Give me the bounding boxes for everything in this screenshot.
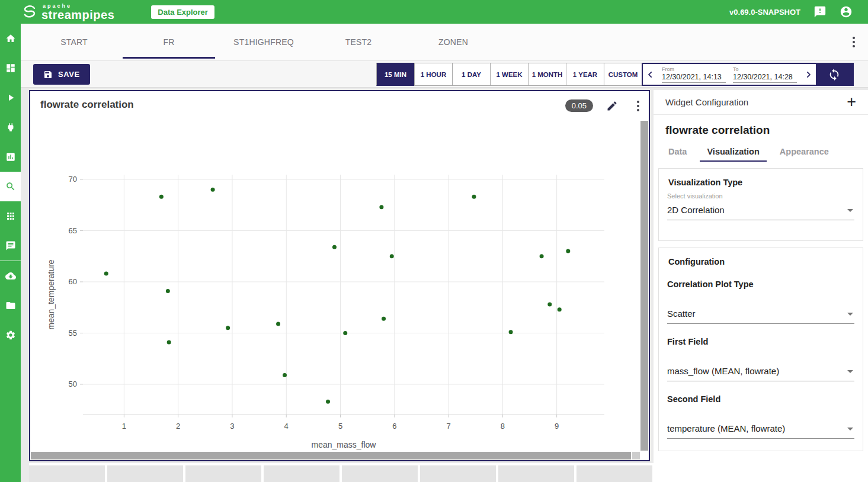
nav-data-explorer[interactable] <box>0 172 21 201</box>
scatter-point <box>283 373 287 377</box>
chart-widget-panel: flowrate correlation 0.05 12345678950556… <box>29 90 650 461</box>
svg-text:60: 60 <box>69 277 77 286</box>
more-vertical-icon <box>637 101 639 111</box>
config-field-label: Second Field <box>667 394 854 404</box>
tab-start[interactable]: START <box>27 24 121 60</box>
horizontal-scrollbar[interactable] <box>31 452 631 459</box>
pipelines-play-icon <box>5 92 16 103</box>
nav-install[interactable] <box>0 261 21 291</box>
nav-home[interactable] <box>0 24 21 53</box>
dashboard-icon <box>5 63 16 73</box>
to-label: To <box>733 66 797 72</box>
time-range-1-week[interactable]: 1 WEEK <box>490 63 528 86</box>
svg-text:mean_mass_flow: mean_mass_flow <box>312 440 377 449</box>
svg-text:4: 4 <box>284 422 289 430</box>
data-explorer-page: apache streampipes Data Explorer v0.69.0… <box>0 0 868 482</box>
next-range-button[interactable] <box>800 64 816 85</box>
scatter-plot: 1234567895055606570mean_mass_flowmean_te… <box>30 161 649 457</box>
svg-text:mean_temperature: mean_temperature <box>46 259 56 330</box>
configuration-title: Configuration <box>668 257 854 266</box>
svg-text:55: 55 <box>69 329 77 338</box>
chevron-left-icon <box>646 70 655 79</box>
nav-live-dashboard[interactable] <box>0 142 21 172</box>
time-range-buttons: 15 MIN1 HOUR1 DAY1 WEEK1 MONTH1 YEARCUST… <box>376 63 642 86</box>
visualization-type-title: Visualization Type <box>668 178 854 187</box>
pencil-edit-icon <box>606 100 618 112</box>
to-value[interactable]: 12/30/2021, 14:28 <box>733 72 797 83</box>
files-folder-icon <box>5 300 16 311</box>
from-datetime-field[interactable]: From 12/30/2021, 14:13 <box>662 64 726 85</box>
tab-test2[interactable]: TEST2 <box>311 24 406 60</box>
config-field: Second Fieldtemperature (MEAN, flowrate) <box>667 394 854 439</box>
time-range-15-min[interactable]: 15 MIN <box>376 63 414 86</box>
scatter-point <box>326 400 330 404</box>
svg-text:6: 6 <box>392 422 396 430</box>
time-selector: 15 MIN1 HOUR1 DAY1 WEEK1 MONTH1 YEARCUST… <box>376 63 854 86</box>
tab-zonen[interactable]: ZONEN <box>406 24 501 60</box>
nav-files[interactable] <box>0 291 21 320</box>
chevron-down-icon <box>847 209 853 212</box>
save-button[interactable]: SAVE <box>33 64 90 85</box>
vertical-scrollbar[interactable] <box>640 121 648 451</box>
widget-grid-cell <box>342 465 418 482</box>
time-range-1-day[interactable]: 1 DAY <box>452 63 490 86</box>
edit-widget-button[interactable] <box>606 100 618 114</box>
scatter-point <box>167 340 171 345</box>
add-widget-button[interactable]: + <box>847 94 856 110</box>
widget-menu-button[interactable] <box>637 101 639 111</box>
scatter-point <box>276 322 280 326</box>
scatter-point <box>509 330 513 334</box>
explorer-toolbar: SAVE 15 MIN1 HOUR1 DAY1 WEEK1 MONTH1 YEA… <box>21 61 868 88</box>
config-field-label: First Field <box>667 337 854 346</box>
config-tab-appearance[interactable]: Appearance <box>773 143 836 162</box>
svg-text:5: 5 <box>338 422 342 430</box>
scatter-point <box>226 326 230 330</box>
nav-notifications[interactable] <box>0 231 21 261</box>
widget-grid-cell <box>107 465 183 482</box>
config-tab-visualization[interactable]: Visualization <box>700 143 766 162</box>
tab-fr[interactable]: FR <box>121 24 216 60</box>
left-nav-sidebar <box>0 24 21 482</box>
account-icon[interactable] <box>840 5 853 18</box>
from-value[interactable]: 12/30/2021, 14:13 <box>662 72 726 83</box>
scrollbar-corner <box>632 452 640 459</box>
config-field-select-first-field[interactable]: mass_flow (MEAN, flowrate) <box>667 363 854 381</box>
scatter-point <box>379 205 383 209</box>
nav-settings[interactable] <box>0 320 21 350</box>
svg-text:3: 3 <box>230 422 234 430</box>
nav-pipelines[interactable] <box>0 83 21 113</box>
config-field-select-second-field[interactable]: temperature (MEAN, flowrate) <box>667 420 854 439</box>
previous-range-button[interactable] <box>643 64 658 85</box>
install-cloud-download-icon <box>5 271 16 281</box>
dashboard-tabbar: STARTFRST1HIGHFREQTEST2ZONEN <box>21 24 868 61</box>
visualization-type-select[interactable]: 2D Correlation <box>667 202 854 220</box>
time-range-custom[interactable]: CUSTOM <box>604 63 642 86</box>
feedback-icon[interactable] <box>813 5 827 18</box>
from-label: From <box>662 66 726 72</box>
dashboard-tabs-menu[interactable] <box>853 24 855 60</box>
correlation-value-badge: 0.05 <box>565 99 593 112</box>
nav-connect[interactable] <box>0 113 21 142</box>
config-field-select-correlation-plot-type[interactable]: Scatter <box>667 306 854 324</box>
tab-st1highfreq[interactable]: ST1HIGHFREQ <box>216 24 311 60</box>
time-range-1-hour[interactable]: 1 HOUR <box>414 63 452 86</box>
nav-dashboard[interactable] <box>0 53 21 83</box>
refresh-button[interactable] <box>816 64 853 85</box>
dashboard-tabs: STARTFRST1HIGHFREQTEST2ZONEN <box>27 24 501 60</box>
svg-text:70: 70 <box>69 175 77 184</box>
widget-grid-cell <box>498 465 574 482</box>
notifications-chat-icon <box>5 240 16 251</box>
time-range-1-year[interactable]: 1 YEAR <box>566 63 604 86</box>
configuration-card: Configuration Correlation Plot TypeScatt… <box>658 248 863 451</box>
svg-text:50: 50 <box>69 380 77 388</box>
chevron-down-icon <box>847 428 853 430</box>
scatter-point <box>343 331 347 335</box>
streampipes-logo-icon <box>20 3 38 21</box>
svg-text:9: 9 <box>555 422 559 430</box>
nav-apps[interactable] <box>0 201 21 231</box>
to-datetime-field[interactable]: To 12/30/2021, 14:28 <box>733 64 797 85</box>
scatter-point <box>540 254 544 258</box>
time-range-1-month[interactable]: 1 MONTH <box>528 63 566 86</box>
widget-grid-cell <box>576 465 652 482</box>
config-tab-data[interactable]: Data <box>661 143 694 162</box>
